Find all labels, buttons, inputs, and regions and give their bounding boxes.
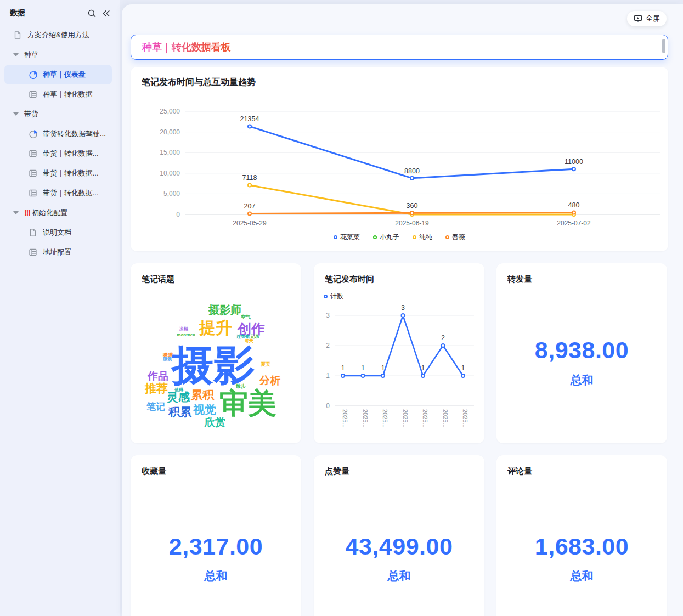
repost-title: 转发量: [507, 274, 532, 285]
wordcloud-word: 服装: [163, 357, 172, 361]
svg-text:15,000: 15,000: [160, 149, 180, 156]
wordcloud-word: 欣赏: [205, 417, 225, 427]
svg-text:0: 0: [176, 211, 180, 218]
like-sum-label: 总和: [314, 568, 484, 584]
svg-text:11000: 11000: [565, 158, 583, 166]
sidebar-item-0[interactable]: 方案介绍&使用方法: [4, 25, 112, 45]
svg-text:1: 1: [421, 364, 425, 372]
sidebar-item-3[interactable]: 种草｜转化数据: [4, 84, 112, 104]
legend-item-花菜菜[interactable]: 花菜菜: [334, 233, 360, 242]
legend-label: 吾薇: [452, 233, 465, 242]
favorite-sum-label: 总和: [131, 568, 301, 584]
legend-label: 小丸子: [380, 233, 399, 242]
legend-label: 花菜菜: [340, 233, 360, 242]
topic-wordcloud-card: 笔记话题 摄影审美提升创作摄影师推荐灵感累积积累视觉欣赏笔记作品分析空气凉鞋mo…: [131, 263, 301, 443]
trend-chart-card: 笔记发布时间与总互动量趋势 05,00010,00015,00020,00025…: [131, 67, 668, 251]
sidebar-item-label: 初始化配置: [32, 208, 67, 218]
legend-ring-icon: [334, 235, 337, 239]
document-icon: [29, 228, 38, 237]
wordcloud-word: 提升: [199, 320, 232, 336]
wordcloud-word: 每天: [245, 339, 253, 343]
caret-down-icon[interactable]: [13, 112, 24, 116]
svg-text:2025...: 2025...: [382, 409, 388, 428]
wordcloud-word: 摄影: [172, 344, 255, 386]
sidebar-item-label: 带货｜转化数据...: [43, 168, 99, 178]
caret-down-icon[interactable]: [13, 211, 24, 214]
dashboard-title: 种草｜转化数据看板: [142, 41, 231, 54]
like-value: 43,499.00: [314, 533, 484, 560]
wordcloud-word: 空气: [241, 315, 251, 320]
sidebar-item-label: 带货｜转化数据...: [43, 188, 99, 198]
sidebar-item-9[interactable]: !!!初始化配置: [4, 203, 112, 223]
pie-chart-icon: [29, 70, 38, 79]
svg-text:1: 1: [361, 364, 365, 372]
alert-icon: !!!: [24, 208, 30, 217]
svg-text:1: 1: [461, 364, 465, 372]
wordcloud-word: montbell: [177, 333, 195, 337]
svg-text:5,000: 5,000: [163, 190, 180, 197]
table-icon: [29, 149, 38, 158]
legend-item-小丸子[interactable]: 小丸子: [373, 233, 399, 242]
collapse-sidebar-icon[interactable]: [99, 7, 113, 20]
sidebar-item-2[interactable]: 种草｜仪表盘: [4, 65, 112, 84]
svg-text:1: 1: [381, 364, 385, 372]
svg-text:2025...: 2025...: [402, 409, 409, 428]
legend-item-吾薇[interactable]: 吾薇: [445, 233, 465, 242]
sidebar-item-10[interactable]: 说明文档: [4, 223, 112, 242]
sidebar-item-4[interactable]: 带货: [4, 104, 112, 124]
sidebar-item-label: 带货: [24, 109, 38, 119]
sidebar-item-label: 种草｜转化数据: [43, 89, 93, 99]
sidebar-item-1[interactable]: 种草: [4, 45, 112, 65]
table-icon: [29, 248, 38, 257]
legend-item-纯纯[interactable]: 纯纯: [413, 233, 432, 242]
sidebar-item-label: 地址配置: [43, 247, 71, 257]
wordcloud-word: 积累: [168, 406, 191, 417]
caret-down-icon[interactable]: [13, 53, 24, 56]
table-icon: [29, 189, 38, 197]
sidebar-item-5[interactable]: 带货转化数据驾驶...: [4, 124, 112, 144]
table-icon: [29, 169, 38, 178]
sidebar-nav: 方案介绍&使用方法种草种草｜仪表盘种草｜转化数据带货带货转化数据驾驶...带货｜…: [0, 23, 120, 262]
sidebar-item-11[interactable]: 地址配置: [4, 242, 112, 262]
sidebar-item-label: 说明文档: [43, 228, 71, 238]
sidebar: 数据 方案介绍&使用方法种草种草｜仪表盘种草｜转化数据带货带货转化数据驾驶...…: [0, 0, 120, 616]
publish-time-line-chart: 01232025...2025...2025...2025...2025...2…: [314, 263, 484, 443]
search-icon[interactable]: [84, 7, 99, 20]
wordcloud-word: 凉鞋: [179, 327, 188, 331]
sidebar-item-8[interactable]: 带货｜转化数据...: [4, 183, 112, 203]
svg-text:2025...: 2025...: [422, 409, 428, 428]
favorite-stat-card: 收藏量 2,317.00 总和: [131, 455, 301, 616]
sidebar-item-7[interactable]: 带货｜转化数据...: [4, 163, 112, 183]
svg-text:2: 2: [326, 342, 330, 349]
comment-sum-label: 总和: [496, 568, 667, 584]
document-icon: [13, 31, 23, 39]
pie-chart-icon: [29, 129, 38, 138]
svg-text:1: 1: [326, 372, 330, 380]
wordcloud-word: 审美: [219, 389, 276, 417]
wordcloud-word: 作品: [148, 371, 168, 381]
svg-text:2025...: 2025...: [362, 409, 369, 428]
sidebar-item-label: 带货｜转化数据...: [43, 149, 99, 159]
table-icon: [29, 90, 38, 99]
svg-text:1: 1: [341, 364, 345, 372]
like-title: 点赞量: [325, 466, 349, 477]
svg-text:207: 207: [244, 202, 256, 210]
fullscreen-icon: [634, 14, 642, 23]
wordcloud-word: 笔记: [146, 402, 165, 411]
sidebar-header: 数据: [0, 0, 120, 23]
svg-text:2: 2: [441, 334, 445, 342]
sidebar-item-6[interactable]: 带货｜转化数据...: [4, 144, 112, 163]
wordcloud-word: 分析: [259, 375, 280, 386]
svg-text:7118: 7118: [242, 174, 257, 182]
repost-sum-label: 总和: [496, 372, 667, 388]
wordcloud-word: 视觉: [193, 404, 216, 415]
sidebar-item-label: 种草: [24, 50, 38, 60]
svg-text:2025-05-29: 2025-05-29: [233, 219, 267, 227]
trend-line-chart: 05,00010,00015,00020,00025,0002025-05-29…: [131, 67, 668, 231]
svg-text:3: 3: [326, 312, 330, 319]
svg-text:2025...: 2025...: [342, 409, 348, 428]
topic-wordcloud: 摄影审美提升创作摄影师推荐灵感累积积累视觉欣赏笔记作品分析空气凉鞋montbel…: [131, 263, 301, 443]
wordcloud-word: 累积: [191, 389, 214, 400]
fullscreen-button[interactable]: 全屏: [627, 11, 667, 26]
scrollbar-thumb[interactable]: [662, 39, 665, 53]
